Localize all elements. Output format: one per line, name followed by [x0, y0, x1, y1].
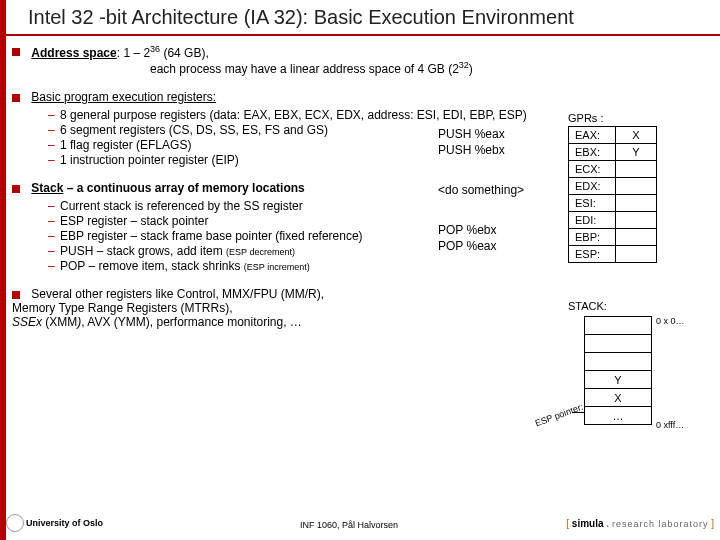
bullet-icon	[12, 185, 20, 193]
bullet-icon	[12, 48, 20, 56]
bullet-icon	[12, 94, 20, 102]
footer: University of Oslo INF 1060, Pål Halvors…	[0, 516, 720, 540]
registers-heading: Basic program execution registers:	[31, 90, 216, 104]
stack-table: Y X …	[584, 316, 652, 425]
uio-seal-icon	[6, 514, 24, 532]
stack-addr-bottom: 0 xfff…	[656, 420, 684, 430]
section-address-space: Address space: 1 – 236 (64 GB), each pro…	[12, 44, 712, 76]
gpr-table: EAX:X EBX:Y ECX: EDX: ESI: EDI: EBP: ESP…	[568, 126, 657, 263]
gpr-label: GPRs :	[568, 112, 657, 124]
stack-label: STACK:	[568, 300, 607, 312]
gpr-table-wrap: GPRs : EAX:X EBX:Y ECX: EDX: ESI: EDI: E…	[568, 112, 657, 263]
esp-pointer-arrow	[572, 412, 584, 413]
stack-addr-top: 0 x 0…	[656, 316, 685, 326]
other-registers-text: Several other registers like Control, MM…	[12, 287, 324, 329]
footer-uio: University of Oslo	[26, 518, 103, 528]
address-space-line2: each process may have a linear address s…	[12, 60, 712, 76]
title-rule	[0, 34, 720, 36]
slide-title: Intel 32 -bit Architecture (IA 32): Basi…	[28, 6, 574, 29]
bullet-icon	[12, 291, 20, 299]
code-snippet: PUSH %eax PUSH %ebx <do something> POP %…	[438, 126, 524, 254]
footer-simula: [ simula . research laboratory ]	[566, 518, 714, 529]
stack-heading: Stack – a continuous array of memory loc…	[31, 181, 304, 195]
address-space-heading: Address space: 1 – 236 (64 GB),	[31, 46, 208, 60]
footer-course: INF 1060, Pål Halvorsen	[300, 520, 398, 530]
accent-bar	[0, 0, 6, 540]
esp-pointer-label: ESP pointer:	[534, 402, 585, 429]
